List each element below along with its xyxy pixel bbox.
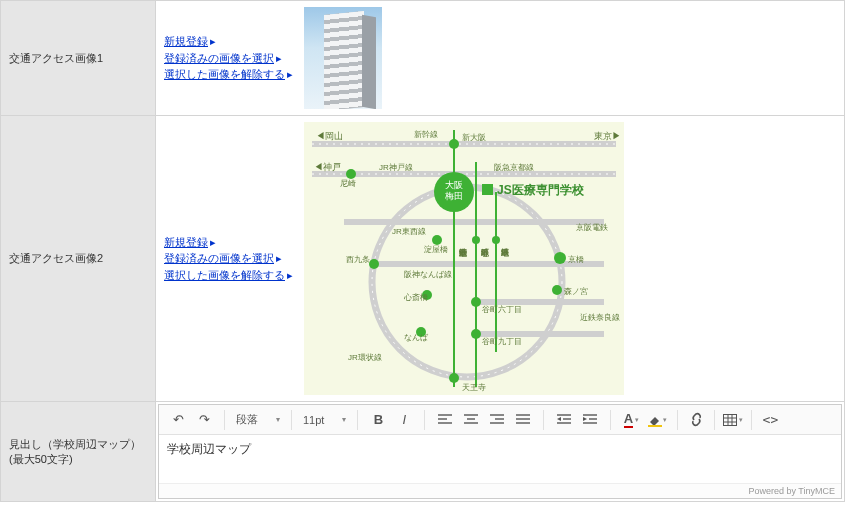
align-center-button[interactable] <box>458 408 484 432</box>
svg-text:東京▶: 東京▶ <box>594 131 621 141</box>
align-left-button[interactable] <box>432 408 458 432</box>
svg-point-26 <box>552 285 562 295</box>
row-label-access1: 交通アクセス画像1 <box>1 1 156 116</box>
svg-text:新大阪: 新大阪 <box>462 133 486 142</box>
svg-text:JR環状線: JR環状線 <box>348 353 382 362</box>
bold-button[interactable]: B <box>365 408 391 432</box>
thumb-access1 <box>304 7 382 109</box>
text-color-button[interactable]: A▾ <box>618 408 644 432</box>
svg-point-18 <box>432 235 442 245</box>
svg-text:◀岡山: ◀岡山 <box>316 131 343 141</box>
svg-point-17 <box>346 169 356 179</box>
svg-text:尼崎: 尼崎 <box>340 179 356 188</box>
svg-text:京阪電鉄: 京阪電鉄 <box>576 223 608 232</box>
svg-rect-75 <box>724 414 737 425</box>
indent-button[interactable] <box>577 408 603 432</box>
svg-point-16 <box>449 139 459 149</box>
fontsize-select[interactable]: 11pt▾ <box>297 409 352 431</box>
svg-text:谷町九丁目: 谷町九丁目 <box>482 337 522 346</box>
rich-editor: ↶ ↷ 段落▾ 11pt▾ B I <box>158 404 842 499</box>
editor-content[interactable]: 学校周辺マップ <box>159 435 841 483</box>
svg-point-25 <box>554 252 566 264</box>
table-button[interactable]: ▾ <box>720 408 746 432</box>
link-clear-2[interactable]: 選択した画像を解除する▸ <box>164 267 293 284</box>
map-center-2: 梅田 <box>444 191 463 201</box>
row-label-access2: 交通アクセス画像2 <box>1 116 156 402</box>
svg-marker-73 <box>583 417 587 421</box>
cell-access1: 新規登録▸ 登録済みの画像を選択▸ 選択した画像を解除する▸ <box>156 1 845 116</box>
svg-text:西九条: 西九条 <box>346 255 370 264</box>
svg-point-27 <box>472 236 480 244</box>
editor-footer: Powered by TinyMCE <box>159 483 841 498</box>
thumb-access2: 大阪 梅田 JS医療専門学校 <box>304 122 624 395</box>
align-justify-button[interactable] <box>510 408 536 432</box>
svg-text:◀神戸: ◀神戸 <box>314 162 341 172</box>
svg-text:京橋: 京橋 <box>568 255 584 264</box>
undo-button[interactable]: ↶ <box>165 408 191 432</box>
svg-text:心斎橋: 心斎橋 <box>403 293 428 302</box>
svg-text:阪神なんば線: 阪神なんば線 <box>404 270 452 279</box>
back-color-button[interactable]: ▾ <box>644 408 670 432</box>
svg-text:森ノ宮: 森ノ宮 <box>564 287 588 296</box>
italic-button[interactable]: I <box>391 408 417 432</box>
svg-point-22 <box>449 373 459 383</box>
svg-text:谷町六丁目: 谷町六丁目 <box>482 305 522 314</box>
map-image: 大阪 梅田 JS医療専門学校 <box>304 122 624 395</box>
editor-toolbar: ↶ ↷ 段落▾ 11pt▾ B I <box>159 405 841 435</box>
svg-text:阪急京都線: 阪急京都線 <box>494 163 534 172</box>
svg-point-24 <box>471 329 481 339</box>
cell-access2: 新規登録▸ 登録済みの画像を選択▸ 選択した画像を解除する▸ <box>156 116 845 402</box>
link-choose-1[interactable]: 登録済みの画像を選択▸ <box>164 50 293 67</box>
outdent-button[interactable] <box>551 408 577 432</box>
svg-marker-69 <box>557 417 561 421</box>
align-right-button[interactable] <box>484 408 510 432</box>
svg-text:天王寺: 天王寺 <box>462 383 486 392</box>
map-title: JS医療専門学校 <box>497 183 585 197</box>
svg-rect-15 <box>482 184 493 195</box>
svg-point-23 <box>471 297 481 307</box>
building-image <box>304 7 382 109</box>
link-choose-2[interactable]: 登録済みの画像を選択▸ <box>164 250 293 267</box>
link-button[interactable] <box>683 408 709 432</box>
link-new-1[interactable]: 新規登録▸ <box>164 33 293 50</box>
redo-button[interactable]: ↷ <box>191 408 217 432</box>
svg-text:JR東西線: JR東西線 <box>392 227 426 236</box>
cell-heading: ↶ ↷ 段落▾ 11pt▾ B I <box>156 402 845 502</box>
link-new-2[interactable]: 新規登録▸ <box>164 234 293 251</box>
svg-text:なんば: なんば <box>404 333 429 342</box>
svg-text:JR神戸線: JR神戸線 <box>379 163 413 172</box>
code-button[interactable]: <> <box>757 408 783 432</box>
svg-text:新幹線: 新幹線 <box>414 130 438 139</box>
svg-text:近鉄奈良線: 近鉄奈良線 <box>580 313 620 322</box>
svg-point-28 <box>492 236 500 244</box>
row-label-heading: 見出し（学校周辺マップ）(最大50文字) <box>1 402 156 502</box>
paragraph-select[interactable]: 段落▾ <box>230 409 286 431</box>
svg-point-19 <box>369 259 379 269</box>
link-clear-1[interactable]: 選択した画像を解除する▸ <box>164 66 293 83</box>
svg-rect-74 <box>648 425 662 427</box>
map-center-1: 大阪 <box>445 180 463 190</box>
form-table: 交通アクセス画像1 新規登録▸ 登録済みの画像を選択▸ 選択した画像を解除する▸… <box>0 0 845 502</box>
svg-text:淀屋橋: 淀屋橋 <box>424 245 448 254</box>
